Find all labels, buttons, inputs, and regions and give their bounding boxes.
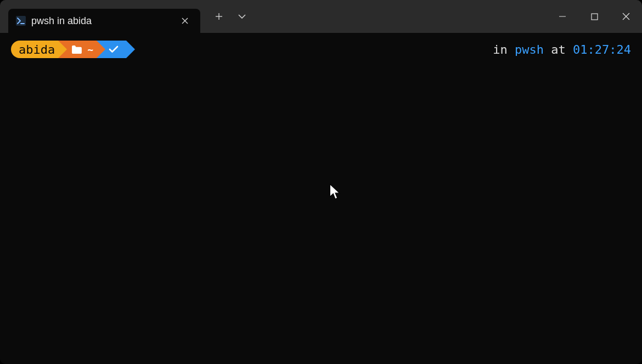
status-time: 01:27:24 [573,43,631,56]
powershell-icon [16,16,26,26]
minimize-button[interactable] [547,4,578,29]
close-icon [622,13,630,20]
maximize-button[interactable] [578,4,610,29]
prompt-right-status: in pwsh at 01:27:24 [493,43,631,56]
tab-close-button[interactable] [177,13,193,29]
prompt-path-text: ~ [87,44,93,55]
minimize-icon [559,13,566,20]
tab-dropdown-button[interactable] [231,7,253,26]
prompt-user-text: abida [19,43,55,56]
cursor-icon [329,184,341,200]
status-prefix: in [493,43,515,56]
svg-rect-7 [592,14,598,20]
tab-title: pwsh in abida [31,15,172,27]
titlebar-actions [208,7,253,26]
titlebar: pwsh in abida [0,0,642,33]
chevron-down-icon [238,14,246,19]
status-shell: pwsh [515,43,544,56]
terminal-body[interactable]: abida ~ in pwsh at 01:27:24 [0,33,642,364]
window-caption-controls [547,4,642,29]
close-icon [182,18,188,24]
maximize-icon [591,13,598,20]
prompt-line: abida ~ in pwsh at 01:27:24 [11,41,631,58]
close-window-button[interactable] [610,4,642,29]
plus-icon [215,13,223,20]
prompt-left-segments: abida ~ [11,41,126,58]
terminal-window: pwsh in abida [0,0,642,364]
check-icon [109,46,119,53]
new-tab-button[interactable] [208,7,230,26]
status-mid: at [544,43,573,56]
prompt-user-segment: abida [11,41,58,58]
tab-active[interactable]: pwsh in abida [8,9,200,33]
folder-icon [71,46,82,54]
